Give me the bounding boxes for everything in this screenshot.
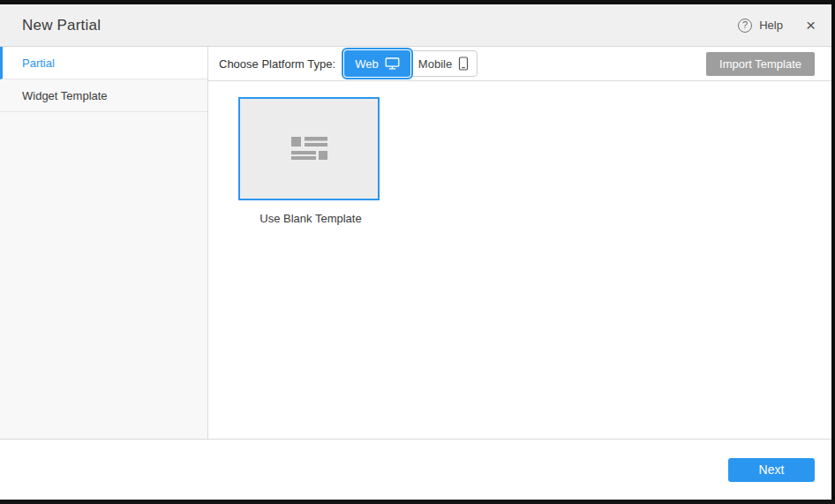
blank-template-label: Use Blank Template xyxy=(238,212,383,225)
dialog-footer: Next xyxy=(0,439,831,500)
sidebar-item-partial[interactable]: Partial xyxy=(0,47,207,79)
sidebar-item-label: Widget Template xyxy=(22,89,108,102)
next-button[interactable]: Next xyxy=(728,458,815,482)
wireframe-list-icon xyxy=(291,137,327,161)
sidebar-item-widget-template[interactable]: Widget Template xyxy=(0,79,207,112)
main-panel: Choose Platform Type: Web Mobile xyxy=(208,47,831,439)
dialog-body: Partial Widget Template Choose Platform … xyxy=(0,47,831,439)
new-partial-dialog: New Partial ? Help × Partial Widget Temp… xyxy=(0,4,831,500)
sidebar-item-label: Partial xyxy=(22,56,55,70)
platform-mobile-button[interactable]: Mobile xyxy=(410,51,477,76)
platform-type-label: Choose Platform Type: xyxy=(219,57,335,71)
import-template-button[interactable]: Import Template xyxy=(706,52,815,76)
dialog-header: New Partial ? Help × xyxy=(0,4,831,47)
monitor-icon xyxy=(385,57,400,70)
background-window-bottom-edge xyxy=(0,500,835,504)
platform-web-button[interactable]: Web xyxy=(343,49,411,78)
platform-segmented-control: Web Mobile xyxy=(343,50,478,77)
platform-web-label: Web xyxy=(355,57,379,71)
phone-icon xyxy=(458,56,469,71)
close-icon[interactable]: × xyxy=(806,17,816,34)
help-icon: ? xyxy=(738,19,752,33)
help-label: Help xyxy=(759,19,783,32)
platform-mobile-label: Mobile xyxy=(418,57,452,71)
blank-template-card[interactable] xyxy=(238,97,380,200)
background-window-right-edge xyxy=(831,0,835,504)
sidebar: Partial Widget Template xyxy=(0,47,208,439)
page-title: New Partial xyxy=(22,17,101,34)
template-gallery: Use Blank Template xyxy=(208,81,831,439)
help-button[interactable]: ? Help xyxy=(738,19,783,33)
platform-toolbar: Choose Platform Type: Web Mobile xyxy=(208,47,831,81)
